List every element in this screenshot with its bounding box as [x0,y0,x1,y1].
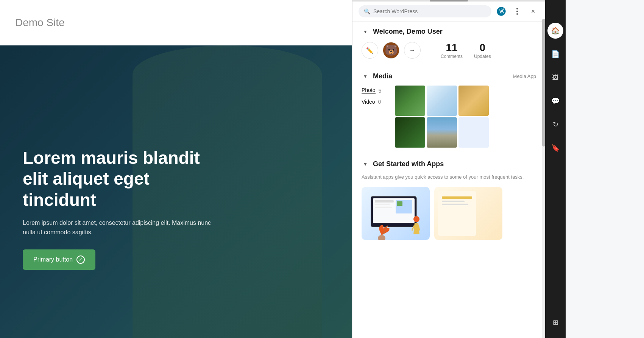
apps-row [362,187,536,240]
comment-icon: 💬 [551,97,560,105]
media-section-header: ▼ Media Media App [362,72,536,80]
panel-scrollbar[interactable] [542,19,545,338]
svg-rect-3 [375,204,390,205]
refresh-icon: ↻ [553,120,558,129]
user-avatar[interactable]: 🐻 [383,42,399,59]
panel-scroll-indicator [352,0,545,2]
app-card-2[interactable] [434,187,502,240]
wp-logo[interactable] [495,5,507,17]
grid-icon: ⊞ [553,318,558,327]
home-icon-button[interactable]: 🏠 [547,23,563,39]
site-title: Demo Site [15,17,65,29]
refresh-icon-button[interactable]: ↻ [547,117,563,132]
more-options-button[interactable] [511,5,523,17]
media-title: Media [373,72,392,80]
get-started-title: Get Started with Apps [373,160,444,168]
avatar-image: 🐻 [385,42,398,59]
media-section: ▼ Media Media App Photo 5 Video 0 [352,66,545,154]
app-card-1[interactable] [362,187,430,240]
comments-count: 11 [446,42,457,54]
get-started-section: ▼ Get Started with Apps Assistant apps g… [352,154,545,246]
dot-1 [516,8,518,9]
svg-rect-14 [442,204,468,205]
get-started-toggle[interactable]: ▼ [362,160,369,168]
media-tabs: Photo 5 Video 0 [362,86,392,148]
site-area: Demo Site Lorem mauris blandit elit aliq… [0,0,352,338]
divider [433,41,433,60]
panel-scroll-thumb [430,0,468,2]
close-button[interactable]: × [527,5,539,17]
image-icon: 🖼 [552,74,559,82]
grid-icon-button[interactable]: ⊞ [547,315,563,330]
media-thumb-5[interactable] [427,117,457,148]
wp-search-bar: 🔍 × [352,2,545,22]
site-header: Demo Site [0,0,352,45]
comment-icon-button[interactable]: 💬 [547,93,563,109]
media-thumb-1[interactable] [395,86,425,116]
hero-heading: Lorem mauris blandit elit aliquet eget t… [23,148,220,210]
search-icon: 🔍 [364,8,370,14]
navigate-button[interactable]: → [404,42,421,59]
svg-point-7 [378,235,385,240]
media-tab-video[interactable]: Video 0 [362,97,392,106]
video-count: 0 [378,99,381,105]
svg-rect-12 [442,196,472,199]
document-icon-button[interactable]: 📄 [547,46,563,62]
search-input[interactable] [373,8,486,14]
svg-rect-13 [442,201,465,202]
welcome-actions: ✏️ 🐻 → 11 Comments 0 Updates [362,41,536,60]
welcome-section-header: ▼ Welcome, Demo User [362,28,536,36]
image-icon-button[interactable]: 🖼 [547,70,563,86]
welcome-title: Welcome, Demo User [373,28,443,36]
home-icon: 🏠 [551,26,560,35]
document-icon: 📄 [551,50,560,58]
svg-rect-4 [375,207,392,208]
svg-rect-2 [375,200,394,202]
media-thumb-2[interactable] [427,86,457,116]
video-tab-label: Video [362,99,375,105]
hero-content: Lorem mauris blandit elit aliquet eget t… [23,148,220,270]
sidebar-icons: 🏠 📄 🖼 💬 ↻ 🔖 ⊞ [545,0,566,338]
primary-button[interactable]: Primary button ✓ [23,249,95,270]
bookmark-icon-button[interactable]: 🔖 [547,140,563,156]
wp-panel: 🔍 × ▼ Welcome, Demo User [352,0,545,338]
stats-area: 11 Comments 0 Updates [441,42,491,59]
search-input-wrap[interactable]: 🔍 [359,5,491,17]
primary-button-label: Primary button [33,256,73,263]
media-grid [395,86,536,148]
app-card-2-illustration [434,187,480,240]
svg-point-8 [413,216,419,222]
photo-tab-label: Photo [362,87,376,94]
photo-count: 5 [379,88,382,94]
edit-button[interactable]: ✏️ [362,42,378,59]
media-thumb-placeholder [458,117,489,148]
welcome-section: ▼ Welcome, Demo User ✏️ 🐻 → 11 Comments [352,22,545,66]
get-started-desc: Assistant apps give you quick access to … [362,173,536,181]
dot-2 [516,11,518,12]
media-content: Photo 5 Video 0 [362,86,536,148]
updates-stat: 0 Updates [474,42,491,59]
updates-count: 0 [480,42,486,54]
right-panel: 🔍 × ▼ Welcome, Demo User [352,0,644,338]
hero-subtext: Lorem ipsum dolor sit amet, consectetur … [23,218,220,237]
media-thumb-3[interactable] [458,86,489,116]
media-app-link[interactable]: Media App [513,73,536,79]
media-tab-photo[interactable]: Photo 5 [362,86,392,96]
bookmark-icon: 🔖 [551,144,560,152]
panel-scroll-area[interactable]: ▼ Welcome, Demo User ✏️ 🐻 → 11 Comments [352,22,545,338]
panel-scrollbar-thumb [542,19,545,146]
check-icon: ✓ [76,255,85,264]
hero-section: Lorem mauris blandit elit aliquet eget t… [0,45,352,338]
comments-label: Comments [441,54,463,59]
svg-rect-6 [397,201,402,206]
comments-stat: 11 Comments [441,42,463,59]
welcome-toggle[interactable]: ▼ [362,28,369,36]
get-started-header: ▼ Get Started with Apps [362,160,536,168]
dot-3 [516,13,518,15]
updates-label: Updates [474,54,491,59]
media-toggle[interactable]: ▼ [362,73,369,80]
app-card-1-illustration [363,191,428,240]
media-thumb-4[interactable] [395,117,425,148]
